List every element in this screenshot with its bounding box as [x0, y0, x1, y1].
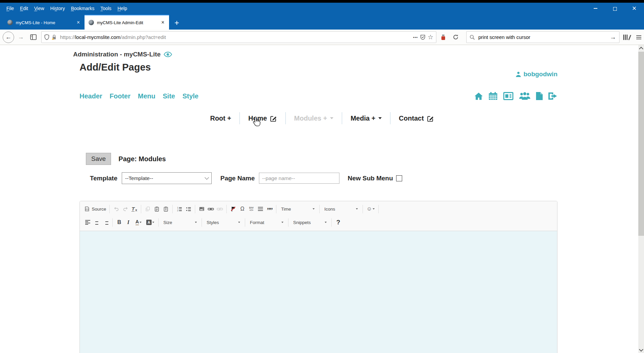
go-arrow-icon[interactable]: →	[610, 34, 616, 41]
insert-image-button[interactable]	[197, 205, 206, 214]
news-icon[interactable]	[503, 92, 514, 100]
align-right-button[interactable]	[101, 218, 110, 227]
tab-title: myCMS-Lite - Home	[16, 20, 73, 25]
template-select[interactable]: --Template--	[122, 172, 212, 184]
page-name-input[interactable]	[259, 173, 339, 184]
paste-button[interactable]	[152, 205, 161, 214]
italic-button[interactable]: I	[124, 218, 133, 227]
chevron-down-icon	[356, 208, 358, 210]
nav-link-header[interactable]: Header	[79, 92, 102, 100]
page-tab-modules[interactable]: Modules +	[286, 115, 342, 122]
size-combo[interactable]: Size	[161, 218, 200, 227]
menu-view[interactable]: View	[31, 4, 47, 12]
bg-color-button[interactable]: A	[144, 218, 156, 227]
redo-button[interactable]	[121, 205, 130, 214]
close-window-button[interactable]: ×	[625, 3, 644, 14]
remove-format-button[interactable]: Tx	[130, 205, 139, 214]
bold-button[interactable]: B	[115, 218, 124, 227]
reload-button[interactable]	[450, 32, 461, 43]
shield-permissions-icon[interactable]	[44, 34, 49, 40]
page-tab-root[interactable]: Root +	[202, 115, 239, 122]
menu-edit[interactable]: Edit	[17, 4, 31, 12]
insert-link-button[interactable]	[206, 205, 215, 214]
search-icon	[470, 35, 475, 40]
logout-icon[interactable]	[548, 92, 557, 100]
calendar-icon[interactable]	[489, 92, 497, 100]
pocket-save-icon[interactable]	[420, 35, 425, 40]
new-tab-button[interactable]: +	[174, 19, 179, 27]
home-icon[interactable]	[474, 92, 483, 100]
scroll-up-arrow[interactable]	[638, 45, 644, 51]
page-tab-home[interactable]: Home	[240, 115, 285, 122]
bulleted-list-button[interactable]	[184, 205, 193, 214]
browser-menubar: File Edit View History Bookmarks Tools H…	[0, 3, 644, 14]
search-input[interactable]	[478, 34, 607, 40]
url-bar[interactable]: https://local-mycmslite.com/admin.php?ac…	[41, 31, 436, 43]
minimize-button[interactable]	[586, 3, 605, 14]
menu-help[interactable]: Help	[114, 4, 130, 12]
sidebar-toggle-button[interactable]	[28, 32, 39, 43]
styles-combo[interactable]: Styles	[204, 218, 243, 227]
back-button[interactable]: ←	[3, 32, 14, 43]
users-icon[interactable]	[519, 92, 530, 100]
anchor-button[interactable]	[229, 205, 238, 214]
nav-link-footer[interactable]: Footer	[110, 92, 130, 100]
save-button[interactable]: Save	[86, 153, 111, 165]
pages-icon[interactable]	[536, 92, 543, 100]
smiley-button[interactable]: ☺	[365, 205, 376, 214]
time-combo[interactable]: Time	[278, 205, 317, 213]
paste-text-button[interactable]	[161, 205, 170, 214]
page-form-row: Template --Template-- Page Name New Sub …	[90, 172, 402, 184]
horizontal-rule-button[interactable]	[256, 205, 265, 214]
logged-in-user[interactable]: bobgodwin	[516, 71, 557, 78]
scroll-down-arrow[interactable]	[638, 347, 644, 353]
extension-button[interactable]	[437, 32, 449, 43]
close-tab-icon[interactable]: ×	[76, 19, 80, 26]
page-actions-icon[interactable]: •••	[413, 35, 418, 39]
nav-link-style[interactable]: Style	[182, 92, 199, 100]
scrollbar-thumb[interactable]	[638, 52, 644, 236]
div-container-button[interactable]: DIV</>	[247, 205, 256, 214]
page-tab-contact[interactable]: Contact	[390, 115, 442, 122]
menu-bookmarks[interactable]: Bookmarks	[68, 4, 97, 12]
search-bar[interactable]: →	[466, 31, 620, 43]
editor-content-area[interactable]	[80, 231, 557, 353]
restore-icon	[613, 7, 617, 11]
preview-eye-icon[interactable]	[164, 52, 172, 57]
special-char-button[interactable]: Ω	[238, 205, 247, 214]
unlink-button[interactable]	[215, 205, 224, 214]
source-button[interactable]: Source	[83, 205, 107, 214]
snippets-combo[interactable]: Snippets	[290, 218, 329, 227]
align-left-button[interactable]	[83, 218, 92, 227]
page-tab-media[interactable]: Media +	[342, 115, 390, 122]
menu-tools[interactable]: Tools	[97, 4, 114, 12]
icons-combo[interactable]: Icons	[322, 205, 361, 213]
tab-home[interactable]: myCMS-Lite - Home ×	[3, 15, 85, 30]
close-tab-icon[interactable]: ×	[161, 19, 165, 26]
format-combo[interactable]: Format	[247, 218, 286, 227]
numbered-list-button[interactable]: 12	[175, 205, 184, 214]
bookmark-star-icon[interactable]: ☆	[428, 34, 433, 40]
copy-button[interactable]	[143, 205, 152, 214]
app-menu-button[interactable]	[633, 32, 644, 43]
menu-file[interactable]: File	[3, 4, 17, 12]
about-help-button[interactable]: ?	[334, 218, 343, 227]
nav-link-menu[interactable]: Menu	[138, 92, 155, 100]
connection-security[interactable]	[52, 34, 57, 40]
nav-link-site[interactable]: Site	[163, 92, 175, 100]
undo-button[interactable]	[112, 205, 121, 214]
page-title: Add/Edit Pages	[79, 62, 151, 73]
tab-title: myCMS-Lite Admin-Edit	[97, 20, 158, 25]
new-sub-menu-checkbox[interactable]	[396, 175, 402, 181]
page-scrollbar[interactable]	[638, 45, 644, 353]
menu-history[interactable]: History	[47, 4, 68, 12]
forward-button[interactable]: →	[15, 32, 26, 43]
restore-button[interactable]	[605, 3, 625, 14]
text-color-button[interactable]: A	[133, 218, 144, 227]
tab-admin-edit[interactable]: myCMS-Lite Admin-Edit ×	[85, 15, 169, 30]
edit-icon	[427, 115, 434, 122]
align-center-button[interactable]	[92, 218, 101, 227]
blockquote-button[interactable]: ””	[265, 205, 274, 214]
mouse-cursor-pointer	[252, 116, 261, 127]
library-button[interactable]	[621, 32, 632, 43]
